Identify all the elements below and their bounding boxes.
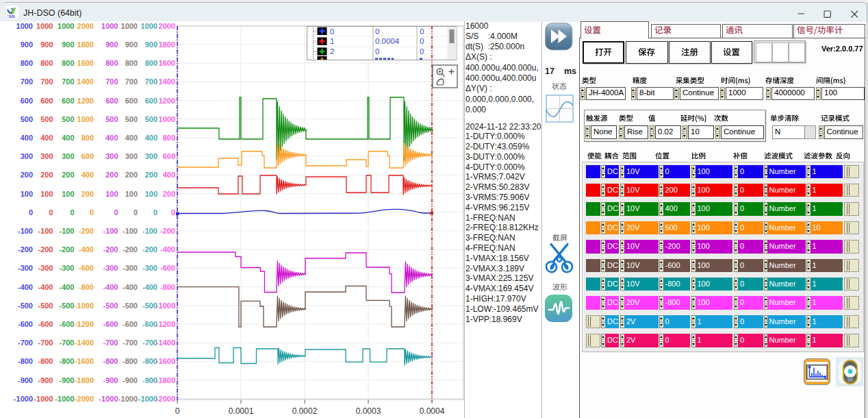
svg-text:-1600: -1600 [156, 357, 175, 365]
svg-text:-900: -900 [38, 376, 53, 384]
svg-text:-700: -700 [59, 339, 74, 347]
svg-text:500: 500 [40, 115, 53, 123]
svg-text:-500: -500 [142, 302, 157, 310]
svg-text:-800: -800 [103, 357, 118, 365]
svg-text:-1400: -1400 [156, 339, 175, 347]
svg-text:-400: -400 [59, 283, 74, 291]
svg-text:100: 100 [105, 190, 118, 198]
svg-text:200: 200 [145, 171, 157, 179]
svg-text:0: 0 [133, 208, 138, 217]
svg-text:-200: -200 [103, 245, 118, 254]
svg-text:-400: -400 [18, 283, 33, 291]
svg-text:200: 200 [125, 171, 138, 179]
svg-text:-200: -200 [123, 245, 138, 254]
svg-text:600: 600 [62, 97, 74, 105]
svg-text:-600: -600 [123, 320, 138, 328]
svg-text:-700: -700 [38, 339, 53, 347]
svg-text:-1000: -1000 [118, 395, 138, 403]
svg-text:-600: -600 [160, 264, 175, 272]
svg-text:-100: -100 [38, 227, 53, 235]
svg-text:400: 400 [105, 134, 118, 142]
svg-text:-600: -600 [38, 320, 53, 328]
svg-text:200: 200 [105, 171, 118, 179]
svg-text:-100: -100 [142, 227, 157, 235]
svg-text:-600: -600 [142, 320, 157, 328]
svg-text:-500: -500 [123, 302, 138, 310]
svg-text:400: 400 [62, 134, 74, 142]
svg-text:1600: 1600 [77, 59, 94, 67]
svg-text:800: 800 [21, 59, 33, 67]
svg-text:500: 500 [21, 115, 33, 123]
svg-text:1000: 1000 [58, 22, 74, 30]
svg-text:1800: 1800 [77, 40, 94, 49]
svg-text:-700: -700 [18, 339, 33, 347]
svg-text:-600: -600 [59, 320, 74, 328]
svg-text:1000: 1000 [16, 22, 33, 30]
svg-text:900: 900 [105, 40, 118, 49]
svg-text:-900: -900 [142, 376, 157, 384]
svg-text:700: 700 [40, 77, 53, 86]
svg-text:900: 900 [62, 40, 74, 49]
svg-text:700: 700 [145, 77, 157, 86]
svg-text:-300: -300 [123, 264, 138, 272]
svg-text:1000: 1000 [36, 22, 53, 30]
svg-text:400: 400 [81, 171, 94, 179]
svg-text:0: 0 [375, 47, 379, 56]
svg-text:-1200: -1200 [156, 320, 175, 328]
svg-text:-1000: -1000 [55, 395, 74, 403]
svg-text:100: 100 [125, 190, 138, 198]
svg-text:0: 0 [153, 208, 157, 217]
svg-text:300: 300 [105, 152, 118, 160]
svg-text:-300: -300 [18, 264, 33, 272]
svg-text:700: 700 [125, 77, 138, 86]
svg-text:-500: -500 [103, 302, 118, 310]
svg-text:-400: -400 [79, 245, 94, 254]
svg-text:1000: 1000 [141, 22, 157, 30]
svg-text:1200: 1200 [159, 97, 175, 105]
svg-text:1000: 1000 [159, 115, 175, 123]
svg-text:300: 300 [125, 152, 138, 160]
svg-text:-900: -900 [59, 376, 74, 384]
svg-text:-1000: -1000 [75, 302, 94, 310]
svg-text:-2000: -2000 [75, 395, 94, 403]
svg-text:0.0003: 0.0003 [356, 406, 381, 416]
svg-text:-1000: -1000 [99, 395, 118, 403]
svg-text:900: 900 [40, 40, 53, 49]
svg-text:-400: -400 [38, 283, 53, 291]
svg-text:1000: 1000 [77, 115, 94, 123]
svg-text:2000: 2000 [159, 22, 175, 30]
svg-text:0.0001: 0.0001 [229, 406, 254, 416]
svg-text:-400: -400 [123, 283, 138, 291]
svg-text:-400: -400 [160, 245, 175, 254]
svg-text:0: 0 [420, 27, 424, 36]
svg-text:-1800: -1800 [75, 376, 94, 384]
svg-text:0: 0 [114, 208, 118, 217]
svg-text:-1200: -1200 [75, 320, 94, 328]
svg-text:-800: -800 [160, 283, 175, 291]
svg-text:100: 100 [145, 190, 157, 198]
svg-text:800: 800 [40, 59, 53, 67]
svg-text:700: 700 [62, 77, 74, 86]
svg-text:-200: -200 [38, 245, 53, 254]
svg-text:1000: 1000 [121, 22, 138, 30]
svg-text:-900: -900 [103, 376, 118, 384]
svg-text:800: 800 [145, 59, 157, 67]
svg-text:-1000: -1000 [156, 302, 175, 310]
svg-text:0: 0 [420, 47, 424, 56]
svg-text:0: 0 [375, 27, 379, 36]
svg-text:0.0002: 0.0002 [292, 406, 318, 416]
svg-text:600: 600 [40, 97, 53, 105]
svg-text:100: 100 [21, 190, 33, 198]
svg-text:-800: -800 [38, 357, 53, 365]
svg-text:-700: -700 [103, 339, 118, 347]
svg-text:-500: -500 [38, 302, 53, 310]
svg-text:300: 300 [21, 152, 33, 160]
svg-text:1600: 1600 [159, 59, 175, 67]
svg-text::so: :so [7, 13, 15, 19]
svg-text:-300: -300 [59, 264, 74, 272]
svg-text:-200: -200 [79, 227, 94, 235]
svg-text:500: 500 [105, 115, 118, 123]
svg-text:-1600: -1600 [75, 357, 94, 365]
svg-text:600: 600 [105, 97, 118, 105]
svg-text:200: 200 [62, 171, 74, 179]
